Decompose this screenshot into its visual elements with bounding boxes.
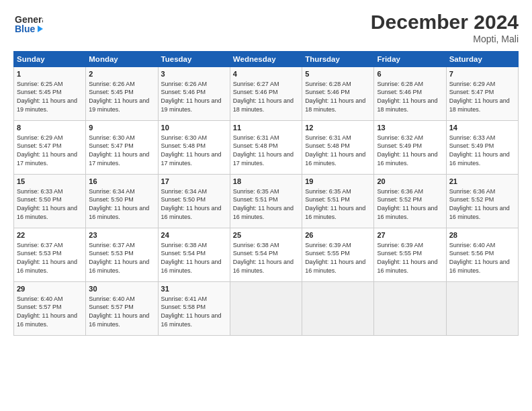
- calendar-header: Sunday Monday Tuesday Wednesday Thursday…: [14, 52, 519, 67]
- cell-info: Sunrise: 6:26 AMSunset: 5:46 PMDaylight:…: [161, 81, 222, 113]
- day-number: 31: [161, 284, 227, 294]
- day-number: 6: [377, 69, 443, 79]
- header-row: Sunday Monday Tuesday Wednesday Thursday…: [14, 52, 519, 67]
- cell-info: Sunrise: 6:27 AMSunset: 5:46 PMDaylight:…: [233, 81, 294, 113]
- day-number: 21: [449, 177, 515, 187]
- day-number: 11: [233, 123, 299, 133]
- cell-info: Sunrise: 6:29 AMSunset: 5:47 PMDaylight:…: [449, 81, 510, 113]
- calendar-cell: 11Sunrise: 6:31 AMSunset: 5:48 PMDayligh…: [230, 121, 302, 175]
- calendar-cell: 18Sunrise: 6:35 AMSunset: 5:51 PMDayligh…: [230, 175, 302, 228]
- col-thursday: Thursday: [302, 52, 374, 67]
- day-number: 5: [305, 69, 371, 79]
- cell-info: Sunrise: 6:40 AMSunset: 5:56 PMDaylight:…: [449, 242, 510, 274]
- calendar-cell: 26Sunrise: 6:39 AMSunset: 5:55 PMDayligh…: [302, 228, 374, 282]
- calendar-cell: 3Sunrise: 6:26 AMSunset: 5:46 PMDaylight…: [158, 67, 230, 121]
- day-number: 19: [305, 177, 371, 187]
- calendar-week-row: 29Sunrise: 6:40 AMSunset: 5:57 PMDayligh…: [14, 282, 519, 336]
- calendar-cell: 6Sunrise: 6:28 AMSunset: 5:46 PMDaylight…: [374, 67, 446, 121]
- col-monday: Monday: [86, 52, 158, 67]
- calendar-cell: [374, 282, 446, 336]
- calendar-cell: [230, 282, 302, 336]
- location-subtitle: Mopti, Mali: [371, 34, 519, 44]
- calendar-cell: 7Sunrise: 6:29 AMSunset: 5:47 PMDaylight…: [446, 67, 518, 121]
- calendar-cell: 25Sunrise: 6:38 AMSunset: 5:54 PMDayligh…: [230, 228, 302, 282]
- calendar-week-row: 15Sunrise: 6:33 AMSunset: 5:50 PMDayligh…: [14, 175, 519, 228]
- cell-info: Sunrise: 6:28 AMSunset: 5:46 PMDaylight:…: [377, 81, 437, 113]
- calendar-cell: 30Sunrise: 6:40 AMSunset: 5:57 PMDayligh…: [86, 282, 158, 336]
- calendar-cell: 1Sunrise: 6:25 AMSunset: 5:45 PMDaylight…: [14, 67, 86, 121]
- cell-info: Sunrise: 6:32 AMSunset: 5:49 PMDaylight:…: [377, 134, 437, 167]
- calendar-cell: 12Sunrise: 6:31 AMSunset: 5:48 PMDayligh…: [302, 121, 374, 175]
- calendar-cell: 10Sunrise: 6:30 AMSunset: 5:48 PMDayligh…: [158, 121, 230, 175]
- day-number: 23: [89, 230, 154, 240]
- calendar-cell: 31Sunrise: 6:41 AMSunset: 5:58 PMDayligh…: [158, 282, 230, 336]
- calendar-cell: 20Sunrise: 6:36 AMSunset: 5:52 PMDayligh…: [374, 175, 446, 228]
- calendar-cell: 14Sunrise: 6:33 AMSunset: 5:49 PMDayligh…: [446, 121, 518, 175]
- calendar-cell: 17Sunrise: 6:34 AMSunset: 5:50 PMDayligh…: [158, 175, 230, 228]
- calendar-cell: 15Sunrise: 6:33 AMSunset: 5:50 PMDayligh…: [14, 175, 86, 228]
- col-wednesday: Wednesday: [230, 52, 302, 67]
- cell-info: Sunrise: 6:28 AMSunset: 5:46 PMDaylight:…: [305, 81, 365, 113]
- calendar-cell: 22Sunrise: 6:37 AMSunset: 5:53 PMDayligh…: [14, 228, 86, 282]
- cell-info: Sunrise: 6:26 AMSunset: 5:45 PMDaylight:…: [89, 81, 149, 113]
- day-number: 15: [17, 177, 83, 187]
- calendar-cell: 29Sunrise: 6:40 AMSunset: 5:57 PMDayligh…: [14, 282, 86, 336]
- day-number: 26: [305, 230, 371, 240]
- cell-info: Sunrise: 6:29 AMSunset: 5:47 PMDaylight:…: [17, 134, 77, 167]
- day-number: 29: [17, 284, 83, 294]
- cell-info: Sunrise: 6:37 AMSunset: 5:53 PMDaylight:…: [17, 242, 77, 274]
- calendar-cell: 21Sunrise: 6:36 AMSunset: 5:52 PMDayligh…: [446, 175, 518, 228]
- calendar-body: 1Sunrise: 6:25 AMSunset: 5:45 PMDaylight…: [14, 67, 519, 336]
- day-number: 30: [89, 284, 154, 294]
- cell-info: Sunrise: 6:39 AMSunset: 5:55 PMDaylight:…: [305, 242, 365, 274]
- day-number: 16: [89, 177, 154, 187]
- calendar-cell: [302, 282, 374, 336]
- cell-info: Sunrise: 6:31 AMSunset: 5:48 PMDaylight:…: [305, 134, 365, 167]
- month-year-title: December 2024: [371, 11, 519, 34]
- cell-info: Sunrise: 6:37 AMSunset: 5:53 PMDaylight:…: [89, 242, 149, 274]
- calendar-table: Sunday Monday Tuesday Wednesday Thursday…: [13, 51, 519, 336]
- cell-info: Sunrise: 6:25 AMSunset: 5:45 PMDaylight:…: [17, 81, 77, 113]
- day-number: 9: [89, 123, 154, 133]
- day-number: 2: [89, 69, 154, 79]
- calendar-cell: 27Sunrise: 6:39 AMSunset: 5:55 PMDayligh…: [374, 228, 446, 282]
- day-number: 25: [233, 230, 299, 240]
- cell-info: Sunrise: 6:31 AMSunset: 5:48 PMDaylight:…: [233, 134, 294, 167]
- cell-info: Sunrise: 6:33 AMSunset: 5:50 PMDaylight:…: [17, 188, 77, 220]
- day-number: 1: [17, 69, 83, 79]
- cell-info: Sunrise: 6:41 AMSunset: 5:58 PMDaylight:…: [161, 295, 222, 328]
- day-number: 20: [377, 177, 443, 187]
- day-number: 18: [233, 177, 299, 187]
- svg-text:Blue: Blue: [15, 24, 36, 34]
- day-number: 24: [161, 230, 227, 240]
- cell-info: Sunrise: 6:33 AMSunset: 5:49 PMDaylight:…: [449, 134, 510, 167]
- calendar-cell: 4Sunrise: 6:27 AMSunset: 5:46 PMDaylight…: [230, 67, 302, 121]
- cell-info: Sunrise: 6:30 AMSunset: 5:48 PMDaylight:…: [161, 134, 222, 167]
- calendar-week-row: 8Sunrise: 6:29 AMSunset: 5:47 PMDaylight…: [14, 121, 519, 175]
- calendar-week-row: 1Sunrise: 6:25 AMSunset: 5:45 PMDaylight…: [14, 67, 519, 121]
- calendar-cell: 19Sunrise: 6:35 AMSunset: 5:51 PMDayligh…: [302, 175, 374, 228]
- calendar-cell: 9Sunrise: 6:30 AMSunset: 5:47 PMDaylight…: [86, 121, 158, 175]
- calendar-cell: 16Sunrise: 6:34 AMSunset: 5:50 PMDayligh…: [86, 175, 158, 228]
- logo-icon: General Blue: [13, 11, 43, 36]
- cell-info: Sunrise: 6:36 AMSunset: 5:52 PMDaylight:…: [449, 188, 510, 220]
- calendar-cell: 23Sunrise: 6:37 AMSunset: 5:53 PMDayligh…: [86, 228, 158, 282]
- day-number: 22: [17, 230, 83, 240]
- day-number: 8: [17, 123, 83, 133]
- calendar-cell: 24Sunrise: 6:38 AMSunset: 5:54 PMDayligh…: [158, 228, 230, 282]
- day-number: 7: [449, 69, 515, 79]
- cell-info: Sunrise: 6:38 AMSunset: 5:54 PMDaylight:…: [233, 242, 294, 274]
- calendar-week-row: 22Sunrise: 6:37 AMSunset: 5:53 PMDayligh…: [14, 228, 519, 282]
- calendar-cell: [446, 282, 518, 336]
- day-number: 13: [377, 123, 443, 133]
- day-number: 14: [449, 123, 515, 133]
- calendar-page: General Blue December 2024 Mopti, Mali S…: [0, 0, 532, 411]
- calendar-cell: 8Sunrise: 6:29 AMSunset: 5:47 PMDaylight…: [14, 121, 86, 175]
- day-number: 12: [305, 123, 371, 133]
- day-number: 3: [161, 69, 227, 79]
- cell-info: Sunrise: 6:35 AMSunset: 5:51 PMDaylight:…: [233, 188, 294, 220]
- col-sunday: Sunday: [14, 52, 86, 67]
- title-block: December 2024 Mopti, Mali: [371, 11, 519, 44]
- cell-info: Sunrise: 6:40 AMSunset: 5:57 PMDaylight:…: [89, 295, 149, 328]
- col-friday: Friday: [374, 52, 446, 67]
